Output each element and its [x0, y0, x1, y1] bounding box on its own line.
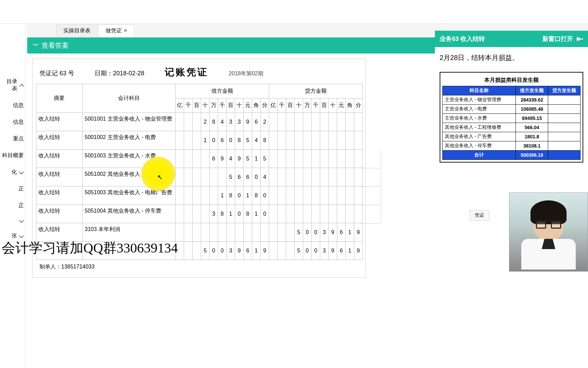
digit-cell	[218, 168, 226, 186]
sidebar-item[interactable]: 重点	[0, 131, 26, 147]
unit-header: 亿	[269, 98, 277, 113]
unit-header: 角	[345, 98, 354, 113]
digit-cell	[277, 113, 286, 131]
digit-cell: 8	[243, 205, 252, 223]
chevron-down-icon: ︾	[33, 42, 39, 50]
digit-cell	[303, 168, 311, 186]
digit-cell: 9	[235, 242, 243, 260]
digit-cell	[303, 205, 311, 223]
sidebar-item[interactable]: 信息	[0, 97, 26, 114]
digit-cell	[345, 168, 354, 186]
voucher-date: 日期：2018-02-28	[95, 69, 144, 77]
digit-cell	[201, 186, 209, 205]
summary-row: 其他业务收入 - 广告费1801.8	[443, 132, 581, 141]
digit-cell: 0	[209, 242, 218, 260]
digit-cell	[311, 150, 320, 168]
digit-cell	[311, 205, 320, 223]
chevron-up-icon	[20, 83, 24, 87]
digit-cell	[277, 223, 286, 242]
digit-cell	[184, 242, 192, 260]
digit-cell	[218, 223, 226, 242]
digit-cell	[345, 131, 354, 150]
digit-cell	[175, 150, 184, 168]
row-summary: 收入结转	[36, 205, 83, 223]
digit-cell	[337, 205, 345, 223]
digit-cell: 1	[201, 131, 209, 150]
digit-cell	[328, 150, 337, 168]
digit-cell: 5	[226, 168, 235, 186]
summary-box: 本月损益类科目发生额科目名称借方发生额贷方发生额主营业务收入 - 物业管理费28…	[440, 72, 583, 163]
sidebar-item[interactable]	[0, 214, 26, 228]
digit-cell	[269, 131, 277, 150]
digit-cell: 6	[337, 223, 345, 242]
unit-header: 亿	[175, 98, 184, 113]
sidebar-item[interactable]: 信息	[0, 114, 26, 131]
tab-voucher[interactable]: 做凭证×	[98, 24, 134, 37]
unit-header: 百	[286, 98, 294, 113]
unit-header: 分	[260, 98, 269, 113]
row-summary: 收入结转	[36, 168, 83, 186]
digit-cell	[328, 205, 337, 223]
unit-header: 百	[192, 98, 201, 113]
unit-header: 万	[209, 98, 218, 113]
new-window-link[interactable]: 新窗口打开	[542, 35, 573, 43]
digit-cell: 0	[218, 242, 226, 260]
digit-cell	[354, 131, 362, 150]
digit-cell	[192, 150, 201, 168]
digit-cell: 8	[218, 205, 226, 223]
digit-cell	[294, 113, 303, 131]
digit-cell: 9	[354, 223, 362, 242]
voucher-row: 收入结转5001002 主营业务收入 - 电费10608548	[36, 131, 363, 150]
summary-title: 本月损益类科目发生额	[443, 75, 581, 86]
sidebar-item[interactable]: 科目概要	[0, 147, 26, 164]
digit-cell	[235, 223, 243, 242]
digit-cell	[337, 113, 345, 131]
unit-header: 千	[218, 98, 226, 113]
header-credit: 贷方金额	[269, 84, 362, 98]
digit-cell: 1	[252, 242, 260, 260]
digit-cell: 0	[235, 186, 243, 205]
top-bar	[0, 0, 588, 24]
digit-cell: 1	[345, 242, 354, 260]
summary-header: 贷方发生额	[548, 86, 581, 95]
digit-cell	[303, 186, 311, 205]
sidebar-item[interactable]: 化	[0, 164, 26, 181]
digit-cell: 0	[311, 242, 320, 260]
digit-cell: 5	[243, 150, 252, 168]
digit-cell: 8	[252, 186, 260, 205]
digit-cell: 3	[235, 113, 243, 131]
digit-cell: 8	[226, 186, 235, 205]
voucher-button[interactable]: 凭证	[470, 210, 489, 221]
digit-cell	[184, 150, 192, 168]
unit-header: 百	[320, 98, 328, 113]
header-debit: 借方金额	[175, 84, 269, 98]
digit-cell: 3	[226, 113, 235, 131]
arrow-left-icon[interactable]: ⇤	[576, 34, 583, 44]
digit-cell	[175, 168, 184, 186]
unit-header: 十	[201, 98, 209, 113]
digit-cell: 6	[218, 131, 226, 150]
digit-cell	[269, 205, 277, 223]
digit-cell	[175, 205, 184, 223]
row-summary: 收入结转	[36, 113, 83, 131]
digit-cell: 0	[311, 223, 320, 242]
digit-cell	[320, 205, 328, 223]
digit-cell: 6	[243, 168, 252, 186]
digit-cell	[328, 131, 337, 150]
voucher-row: 收入结转5051004 其他业务收入 - 停车费3810810	[36, 205, 363, 223]
digit-cell	[252, 223, 260, 242]
digit-cell	[337, 186, 345, 205]
digit-cell: 1	[252, 205, 260, 223]
digit-cell: 6	[243, 242, 252, 260]
digit-cell: 9	[235, 150, 243, 168]
unit-header: 万	[303, 98, 311, 113]
close-icon[interactable]: ×	[124, 28, 127, 33]
sidebar-item[interactable]: 正	[0, 181, 26, 197]
summary-header: 借方发生额	[516, 86, 548, 95]
sidebar-item[interactable]: 正	[0, 197, 26, 214]
tab-directory[interactable]: 实操目录表	[56, 24, 98, 37]
digit-cell: 5	[260, 150, 269, 168]
digit-cell	[345, 205, 354, 223]
sidebar-item[interactable]: 目录表	[0, 73, 26, 97]
digit-cell	[192, 242, 201, 260]
